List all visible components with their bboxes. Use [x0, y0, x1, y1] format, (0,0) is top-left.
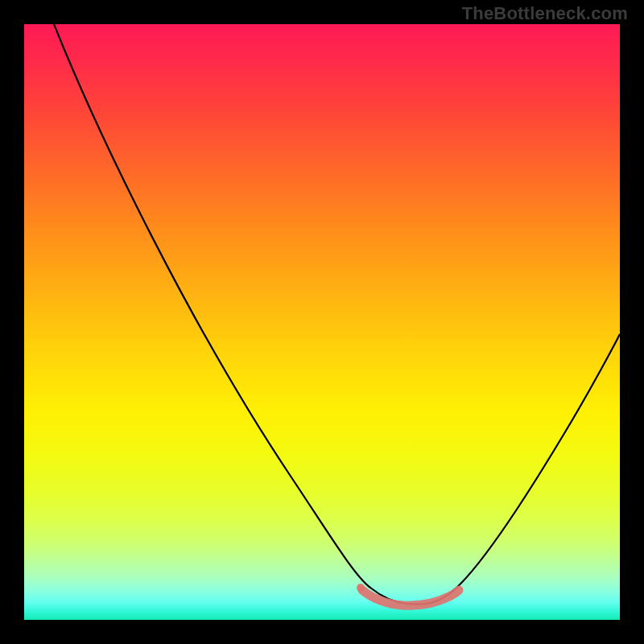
chart-frame: TheBottleneck.com	[0, 0, 644, 644]
optimal-start-dot-icon	[357, 584, 365, 592]
watermark-text: TheBottleneck.com	[462, 3, 628, 24]
plot-area	[24, 24, 620, 620]
curve-layer	[24, 24, 620, 620]
bottleneck-curve	[54, 24, 620, 605]
